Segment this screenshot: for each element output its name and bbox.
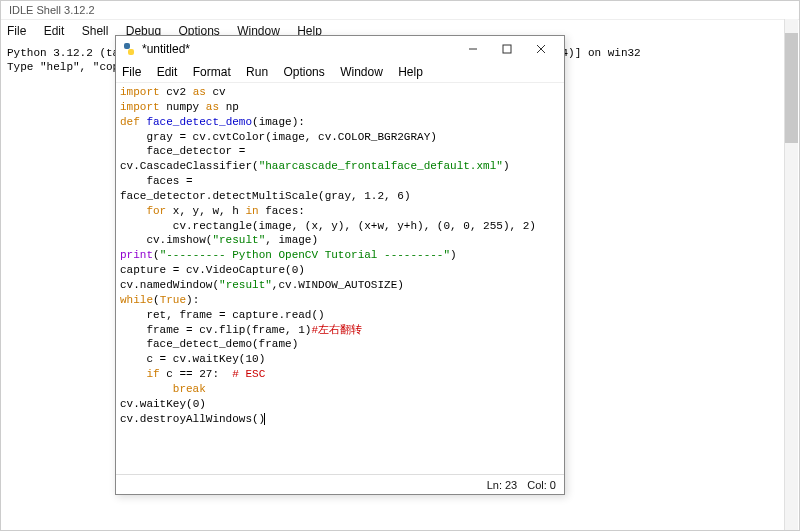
code-token: if	[120, 368, 160, 380]
editor-title: *untitled*	[142, 42, 190, 56]
editor-menu-run[interactable]: Run	[246, 65, 268, 79]
code-token: in	[245, 205, 258, 217]
code-token: print	[120, 249, 153, 261]
code-token: cv.destroyAllWindows()	[120, 413, 265, 425]
editor-menubar: File Edit Format Run Options Window Help	[116, 62, 564, 83]
code-token: 27	[199, 368, 212, 380]
status-col: Col: 0	[527, 479, 556, 491]
code-token: x, y, w, h	[166, 205, 245, 217]
code-token: c ==	[160, 368, 200, 380]
code-token: )	[404, 190, 411, 202]
code-token: break	[120, 383, 206, 395]
status-line: Ln: 23	[487, 479, 518, 491]
code-token: # ESC	[232, 368, 265, 380]
code-token: 6	[397, 190, 404, 202]
code-token: c = cv.waitKey(	[120, 353, 245, 365]
code-token: ,	[470, 220, 483, 232]
editor-menu-help[interactable]: Help	[398, 65, 423, 79]
editor-statusbar: Ln: 23 Col: 0	[116, 474, 564, 494]
code-token: cv.rectangle(image, (x, y), (x+w, y+h), …	[120, 220, 443, 232]
code-token: "result"	[219, 279, 272, 291]
svg-rect-1	[128, 49, 134, 55]
code-token: ,	[450, 220, 463, 232]
code-token: gray = cv.cvtColor(image, cv.COLOR_BGR2G…	[120, 131, 437, 143]
code-token: (image):	[252, 116, 305, 128]
code-token: np	[219, 101, 239, 113]
code-token: ,cv.WINDOW_AUTOSIZE)	[272, 279, 404, 291]
code-token: 0	[463, 220, 470, 232]
close-button[interactable]	[524, 38, 558, 60]
code-token: face_detect_demo	[140, 116, 252, 128]
code-token: "--------- Python OpenCV Tutorial ------…	[160, 249, 450, 261]
code-token: :	[212, 368, 232, 380]
code-token: while	[120, 294, 153, 306]
editor-menu-window[interactable]: Window	[340, 65, 383, 79]
code-token: )	[259, 353, 266, 365]
shell-title: IDLE Shell 3.12.2	[1, 1, 799, 20]
code-token: def	[120, 116, 140, 128]
code-token: ret, frame = capture.read()	[120, 309, 325, 321]
code-token: face_detector.detectMultiScale(gray,	[120, 190, 364, 202]
svg-rect-0	[124, 43, 130, 49]
code-token: )	[199, 398, 206, 410]
code-token: faces:	[259, 205, 305, 217]
code-token: capture = cv.VideoCapture(	[120, 264, 292, 276]
svg-rect-3	[503, 45, 511, 53]
text-cursor	[264, 413, 265, 425]
code-token: frame = cv.flip(frame,	[120, 324, 298, 336]
code-token: face_detector =	[120, 145, 245, 157]
editor-menu-file[interactable]: File	[122, 65, 141, 79]
code-token: )	[503, 160, 510, 172]
code-token: cv.CascadeClassifier(	[120, 160, 259, 172]
code-token: "haarcascade_frontalface_default.xml"	[259, 160, 503, 172]
code-token: numpy	[160, 101, 206, 113]
code-token: ,	[384, 190, 397, 202]
code-token: (	[153, 249, 160, 261]
code-token: cv.imshow(	[120, 234, 212, 246]
maximize-button[interactable]	[490, 38, 524, 60]
code-token: "result"	[212, 234, 265, 246]
code-token: as	[193, 86, 206, 98]
shell-menu-edit[interactable]: Edit	[44, 24, 65, 38]
shell-line-2: Type "help", "copyr	[7, 61, 132, 73]
code-token: for	[120, 205, 166, 217]
code-token: ),	[503, 220, 523, 232]
code-token: )	[450, 249, 457, 261]
python-icon	[122, 42, 136, 56]
code-editor[interactable]: import cv2 as cv import numpy as np def …	[116, 83, 564, 474]
editor-menu-options[interactable]: Options	[283, 65, 324, 79]
editor-menu-edit[interactable]: Edit	[157, 65, 178, 79]
code-token: )	[529, 220, 536, 232]
code-token: cv	[206, 86, 226, 98]
code-token: , image)	[265, 234, 318, 246]
code-token: face_detect_demo(frame)	[120, 338, 298, 350]
code-token: )	[298, 264, 305, 276]
shell-scrollbar[interactable]	[784, 19, 798, 530]
code-token: #左右翻转	[311, 324, 362, 336]
shell-scrollbar-thumb[interactable]	[785, 33, 798, 143]
code-token: 255	[483, 220, 503, 232]
code-token: 1	[298, 324, 305, 336]
shell-menu-file[interactable]: File	[7, 24, 26, 38]
code-token: 1.2	[364, 190, 384, 202]
code-token: cv.namedWindow(	[120, 279, 219, 291]
code-token: cv2	[160, 86, 193, 98]
shell-menu-shell[interactable]: Shell	[82, 24, 109, 38]
code-token: 10	[245, 353, 258, 365]
code-token: as	[206, 101, 219, 113]
code-token: cv.waitKey(	[120, 398, 193, 410]
code-token: (	[153, 294, 160, 306]
code-token: import	[120, 101, 160, 113]
code-token: ):	[186, 294, 199, 306]
code-token: import	[120, 86, 160, 98]
minimize-button[interactable]	[456, 38, 490, 60]
editor-menu-format[interactable]: Format	[193, 65, 231, 79]
editor-titlebar[interactable]: *untitled*	[116, 36, 564, 62]
code-token: faces =	[120, 175, 193, 187]
idle-editor-window: *untitled* File Edit Format Run Options …	[115, 35, 565, 495]
code-token: True	[160, 294, 186, 306]
